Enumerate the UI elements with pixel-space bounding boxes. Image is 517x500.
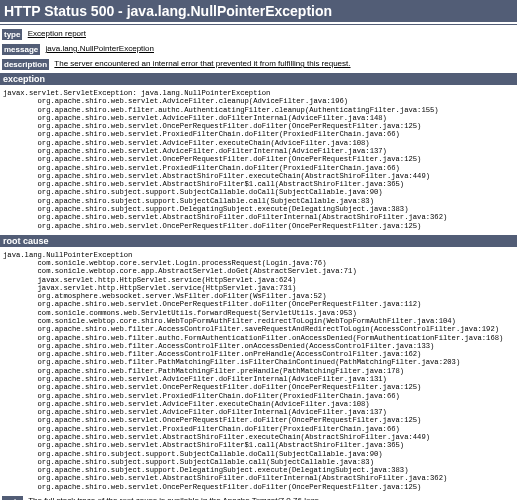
- note-row: note The full stack trace of the root ca…: [0, 496, 517, 500]
- root-cause-label: root cause: [0, 235, 517, 247]
- type-row: type Exception report: [0, 29, 517, 40]
- message-label: message: [2, 44, 40, 55]
- message-row: message java.lang.NullPointerException: [0, 44, 517, 55]
- root-cause-stacktrace: java.lang.NullPointerException com.sonic…: [0, 249, 517, 493]
- exception-stacktrace: javax.servlet.ServletException: java.lan…: [0, 87, 517, 232]
- note-label: note: [2, 496, 23, 500]
- description-value: The server encountered an internal error…: [54, 59, 350, 68]
- divider: [0, 24, 517, 25]
- description-row: description The server encountered an in…: [0, 59, 517, 70]
- note-value: The full stack trace of the root cause i…: [28, 496, 321, 500]
- exception-label: exception: [0, 73, 517, 85]
- page-title: HTTP Status 500 - java.lang.NullPointerE…: [0, 0, 517, 22]
- type-label: type: [2, 29, 22, 40]
- message-value: java.lang.NullPointerException: [45, 44, 154, 53]
- type-value: Exception report: [28, 29, 86, 38]
- description-label: description: [2, 59, 49, 70]
